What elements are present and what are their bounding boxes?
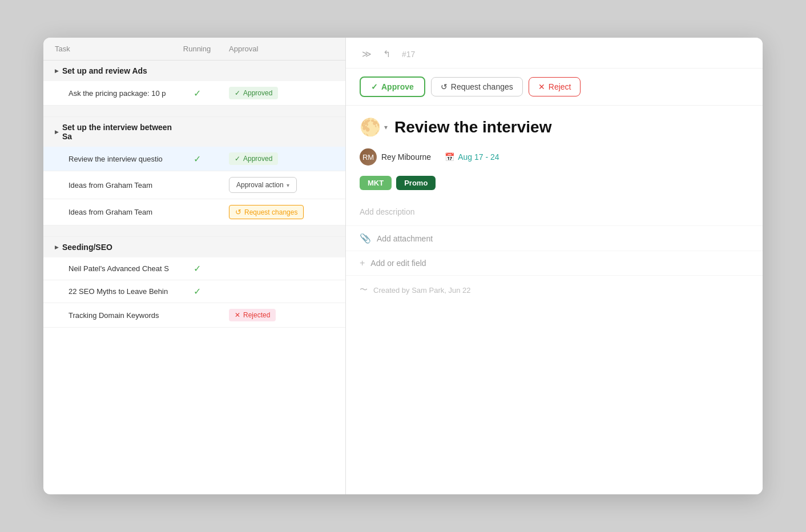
request-changes-badge: ↺ Request changes — [229, 205, 304, 219]
task-approval-action[interactable]: Approval action ▾ — [220, 177, 334, 193]
task-list: ▶ Set up and review Ads Ask the pricing … — [43, 61, 345, 494]
date-range[interactable]: 📅 Aug 17 - 24 — [445, 152, 499, 162]
assignee-section[interactable]: RM Rey Mibourne — [360, 148, 431, 166]
description-section: Add description — [346, 198, 763, 226]
add-attachment-row[interactable]: 📎 Add attachment — [346, 226, 763, 251]
running-col-header: Running — [174, 45, 220, 53]
detail-title-section: 🌕 ▾ Review the interview — [346, 106, 763, 144]
task-name: 22 SEO Myths to Leave Behin — [68, 287, 174, 296]
list-item[interactable]: Ask the pricing package: 10 p ✓ ✓ Approv… — [43, 81, 345, 106]
assignee-name: Rey Mibourne — [381, 152, 431, 162]
approve-button[interactable]: ✓ Approve — [360, 76, 425, 97]
column-headers: Task Running Approval — [43, 38, 345, 61]
task-approval-badge: ✓ Approved — [220, 87, 334, 99]
back-button[interactable]: ↰ — [381, 47, 393, 61]
group-title: Set up and review Ads — [62, 66, 147, 75]
task-approval-badge: ✓ Approved — [220, 152, 334, 165]
check-circle-icon: ✓ — [371, 82, 378, 91]
emoji-dropdown-icon[interactable]: ▾ — [384, 123, 388, 131]
group-title: Set up the interview between Sa — [62, 123, 174, 141]
task-check-icon: ✓ — [174, 286, 220, 297]
task-name: Tracking Domain Keywords — [68, 311, 174, 320]
avatar: RM — [360, 148, 377, 166]
plus-icon: + — [360, 258, 365, 268]
task-name: Review the interview questio — [68, 155, 174, 163]
add-attachment-label: Add attachment — [377, 234, 433, 243]
activity-icon: 〜 — [360, 285, 368, 295]
add-field-label: Add or edit field — [370, 259, 426, 268]
approved-badge: ✓ Approved — [229, 87, 278, 99]
detail-panel: ≫ ↰ #17 ✓ Approve ↺ Request changes ✕ Re… — [346, 38, 763, 494]
tag-mkt[interactable]: MKT — [360, 176, 392, 190]
group-title: Seeding/SEO — [62, 243, 112, 252]
group-arrow-icon: ▶ — [55, 68, 59, 74]
reject-button[interactable]: ✕ Reject — [529, 77, 581, 96]
group-arrow-icon: ▶ — [55, 129, 59, 135]
back-arrow-icon: ↰ — [383, 49, 390, 59]
task-name: Ask the pricing package: 10 p — [68, 89, 174, 98]
detail-header: ≫ ↰ #17 — [346, 38, 763, 68]
add-field-row[interactable]: + Add or edit field — [346, 251, 763, 276]
approval-col-header: Approval — [220, 45, 334, 53]
task-name: Neil Patel's Advanced Cheat S — [68, 264, 174, 273]
task-check-icon: ✓ — [174, 88, 220, 99]
task-name: Ideas from Graham Team — [68, 181, 174, 190]
tags-section: MKT Promo — [346, 172, 763, 198]
calendar-icon: 📅 — [445, 152, 454, 162]
task-emoji[interactable]: 🌕 — [360, 117, 381, 137]
task-check-icon: ✓ — [174, 154, 220, 164]
spacer — [43, 106, 345, 117]
expand-icon: ≫ — [362, 49, 372, 59]
task-check-icon: ✓ — [174, 263, 220, 274]
rejected-badge: ✕ Rejected — [229, 309, 276, 321]
x-circle-icon: ✕ — [538, 82, 545, 91]
task-col-header: Task — [55, 45, 174, 53]
task-approval-badge: ↺ Request changes — [220, 205, 334, 219]
detail-footer: 〜 Created by Sam Park, Jun 22 — [346, 276, 763, 304]
tag-promo[interactable]: Promo — [396, 176, 436, 190]
detail-actions: ✓ Approve ↺ Request changes ✕ Reject — [346, 68, 763, 106]
group-header[interactable]: ▶ Set up the interview between Sa — [43, 117, 345, 147]
check-icon: ✓ — [235, 155, 240, 163]
task-id: #17 — [402, 50, 415, 59]
spacer — [43, 225, 345, 237]
check-icon: ✓ — [235, 89, 240, 97]
chevron-down-icon: ▾ — [287, 182, 289, 188]
list-item[interactable]: 22 SEO Myths to Leave Behin ✓ — [43, 280, 345, 303]
group-arrow-icon: ▶ — [55, 244, 59, 250]
task-title: Review the interview — [394, 118, 551, 136]
date-range-text: Aug 17 - 24 — [458, 152, 499, 162]
detail-meta: RM Rey Mibourne 📅 Aug 17 - 24 — [346, 144, 763, 172]
refresh-icon: ↺ — [235, 208, 241, 216]
group-header[interactable]: ▶ Set up and review Ads — [43, 61, 345, 81]
x-icon: ✕ — [235, 311, 240, 319]
list-item[interactable]: Review the interview questio ✓ ✓ Approve… — [43, 147, 345, 171]
list-item[interactable]: Tracking Domain Keywords ✕ Rejected — [43, 303, 345, 328]
expand-button[interactable]: ≫ — [360, 47, 374, 61]
list-item[interactable]: Ideas from Graham Team ↺ Request changes — [43, 199, 345, 225]
add-description[interactable]: Add description — [360, 203, 749, 221]
created-by: Created by Sam Park, Jun 22 — [373, 286, 471, 295]
paperclip-icon: 📎 — [360, 233, 371, 244]
group-header[interactable]: ▶ Seeding/SEO — [43, 237, 345, 257]
list-item[interactable]: Ideas from Graham Team Approval action ▾ — [43, 171, 345, 199]
request-changes-button[interactable]: ↺ Request changes — [431, 77, 523, 96]
refresh-icon: ↺ — [441, 82, 448, 91]
task-name: Ideas from Graham Team — [68, 208, 174, 216]
task-approval-badge: ✕ Rejected — [220, 309, 334, 321]
approval-action-button[interactable]: Approval action ▾ — [229, 177, 297, 193]
list-item[interactable]: Neil Patel's Advanced Cheat S ✓ — [43, 257, 345, 280]
approved-badge: ✓ Approved — [229, 152, 278, 165]
